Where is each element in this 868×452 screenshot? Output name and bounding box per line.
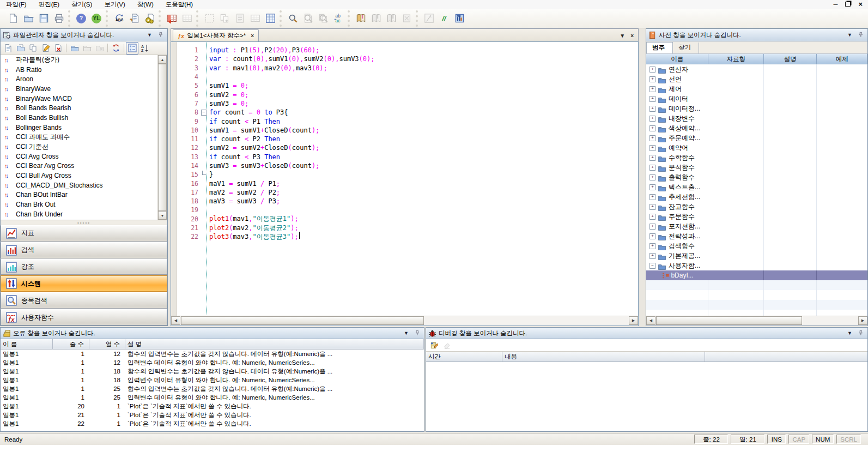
doc-edit-icon[interactable] bbox=[39, 42, 52, 55]
pin-icon[interactable] bbox=[412, 330, 422, 337]
chevron-down-icon[interactable]: ▼ bbox=[402, 330, 410, 336]
tab-list-chevron-icon[interactable]: ▼ bbox=[620, 33, 625, 39]
file-list-item[interactable]: ↑↓Bollinger Bands bbox=[1, 123, 158, 132]
file-list-item[interactable]: ↑↓CCI_MACD_DMI_Stochastics bbox=[1, 180, 158, 190]
scroll-up-icon[interactable]: ▲ bbox=[158, 55, 167, 64]
dict-book-icon[interactable] bbox=[353, 11, 368, 26]
restore-button[interactable] bbox=[845, 1, 851, 8]
menu-item[interactable]: 보기(V) bbox=[98, 1, 131, 9]
file-list-item[interactable]: ↑↓BinaryWave MACD bbox=[1, 94, 158, 104]
dictionary-folder-row[interactable]: +데이터 bbox=[646, 94, 867, 104]
scroll-thumb[interactable] bbox=[181, 316, 424, 325]
error-row[interactable]: 일봉1118함수의 입력변수는 초기값을 갖지 않습니다. 데이터 유형(예:N… bbox=[1, 367, 424, 376]
scroll-left-icon[interactable]: ◀ bbox=[646, 316, 655, 325]
expand-box-icon[interactable]: + bbox=[650, 145, 655, 151]
expand-box-icon[interactable]: + bbox=[650, 224, 655, 230]
debug-column-header[interactable]: 시간 bbox=[426, 352, 502, 361]
menu-item[interactable]: 도움말(H) bbox=[160, 1, 199, 9]
doc-open-icon[interactable] bbox=[14, 42, 27, 55]
file-list-item[interactable]: ↑↓AB Ratio bbox=[1, 65, 158, 75]
pin-icon[interactable] bbox=[156, 32, 165, 39]
dictionary-folder-row[interactable]: +잔고함수 bbox=[646, 202, 867, 212]
category-button-사용자함수[interactable]: ƒx사용자함수 bbox=[1, 309, 167, 326]
scroll-right-icon[interactable]: ▶ bbox=[629, 316, 638, 325]
dictionary-folder-row[interactable]: +선언 bbox=[646, 74, 867, 84]
file-list-item[interactable]: ↑↓Chan Brk Out bbox=[1, 200, 158, 209]
panel-splitter[interactable]: ••••• bbox=[1, 220, 167, 225]
dictionary-folder-row[interactable]: +추세선함... bbox=[646, 192, 867, 202]
file-list-scrollbar[interactable]: ▲ ▼ bbox=[157, 55, 167, 220]
dictionary-tab-범주[interactable]: 범주 bbox=[646, 42, 673, 53]
fold-collapse-icon[interactable]: − bbox=[201, 110, 207, 116]
open-folder-icon[interactable] bbox=[21, 11, 36, 26]
dictionary-folder-row[interactable]: −사용자함... bbox=[646, 261, 867, 270]
minimize-button[interactable]: ─ bbox=[834, 1, 838, 8]
doc-copy-icon[interactable] bbox=[27, 42, 39, 55]
dictionary-folder-row[interactable]: +수학함수 bbox=[646, 153, 867, 162]
error-column-header[interactable]: 이 름 bbox=[1, 339, 53, 349]
scroll-right-icon[interactable]: ▶ bbox=[858, 316, 867, 325]
expand-box-icon[interactable]: + bbox=[650, 125, 655, 131]
dictionary-folder-row[interactable]: +검색함수 bbox=[646, 241, 867, 251]
expand-box-icon[interactable]: + bbox=[650, 96, 655, 102]
pin-icon[interactable] bbox=[856, 330, 865, 337]
build-tools-icon[interactable] bbox=[452, 11, 467, 26]
expand-box-icon[interactable]: + bbox=[650, 194, 655, 200]
category-button-종목검색[interactable]: 종목검색 bbox=[1, 292, 167, 309]
spell-check-icon[interactable]: ABC bbox=[111, 11, 126, 26]
dictionary-folder-row[interactable]: +기본제공... bbox=[646, 251, 867, 261]
dictionary-folder-row[interactable]: +내장변수 bbox=[646, 113, 867, 123]
dictionary-folder-row[interactable]: +포지션함... bbox=[646, 221, 867, 231]
dictionary-folder-row[interactable]: +예약어 bbox=[646, 143, 867, 153]
file-list-item[interactable]: ↑↓CCI Avg Cross bbox=[1, 152, 158, 161]
help-icon[interactable]: ? bbox=[74, 11, 89, 26]
dictionary-folder-row[interactable]: +데이터정... bbox=[646, 104, 867, 113]
error-row[interactable]: 일봉1118입력변수 데이터 유형이 와야 합니다. 예: Numeric, N… bbox=[1, 376, 424, 384]
close-button[interactable]: × bbox=[858, 1, 863, 8]
collapse-box-icon[interactable]: − bbox=[650, 263, 655, 269]
comment-icon[interactable]: // bbox=[436, 11, 452, 26]
error-row[interactable]: 일봉1201`Plot`은 `기술적 지표`에서만 쓸 수 있습니다. bbox=[1, 402, 424, 411]
expand-box-icon[interactable]: + bbox=[650, 243, 655, 249]
menu-item[interactable]: 편집(E) bbox=[33, 1, 65, 9]
chevron-down-icon[interactable]: ▼ bbox=[846, 32, 854, 38]
replace-icon[interactable]: abac bbox=[331, 11, 346, 26]
expand-box-icon[interactable]: + bbox=[650, 253, 655, 259]
dictionary-column-header[interactable]: 이름 bbox=[646, 54, 708, 64]
dictionary-tab-찾기[interactable]: 찾기 bbox=[673, 43, 699, 53]
scroll-thumb[interactable] bbox=[158, 64, 167, 211]
dictionary-folder-row[interactable]: +주문함수 bbox=[646, 212, 867, 221]
dictionary-column-header[interactable]: 자료형 bbox=[708, 54, 764, 64]
expand-box-icon[interactable]: + bbox=[650, 214, 655, 220]
file-list-item[interactable]: ↑↓BinaryWave bbox=[1, 84, 158, 94]
error-column-header[interactable]: 열 수 bbox=[89, 339, 125, 349]
chevron-down-icon[interactable]: ▼ bbox=[846, 330, 854, 336]
view-list-icon[interactable] bbox=[126, 42, 138, 55]
yl-logo-icon[interactable]: YL bbox=[89, 11, 104, 26]
save-icon[interactable] bbox=[36, 11, 51, 26]
debug-column-header[interactable]: 내용 bbox=[502, 352, 705, 361]
new-file-icon[interactable] bbox=[5, 11, 21, 26]
error-row[interactable]: 일봉1211`Plot`은 `기술적 지표`에서만 쓸 수 있습니다. bbox=[1, 411, 424, 419]
print-icon[interactable] bbox=[51, 11, 66, 26]
category-button-지표[interactable]: 지표 bbox=[1, 225, 167, 242]
dictionary-column-header[interactable]: 설명 bbox=[764, 54, 817, 64]
note-edit-icon[interactable] bbox=[428, 339, 440, 351]
expand-box-icon[interactable]: + bbox=[650, 67, 655, 73]
dictionary-folder-row[interactable]: +연산자 bbox=[646, 64, 867, 74]
dictionary-folder-row[interactable]: +분석함수 bbox=[646, 162, 867, 172]
expand-box-icon[interactable]: + bbox=[650, 204, 655, 210]
file-list-item[interactable]: ↑↓Chan BOut IntBar bbox=[1, 190, 158, 200]
expand-box-icon[interactable]: + bbox=[650, 174, 655, 180]
expand-box-icon[interactable]: + bbox=[650, 116, 655, 122]
expand-box-icon[interactable]: + bbox=[650, 106, 655, 112]
file-list-item[interactable]: ↑↓CCI Bull Avg Cross bbox=[1, 171, 158, 180]
menu-item[interactable]: 찾기(S) bbox=[65, 1, 98, 9]
verify-doc-icon[interactable] bbox=[126, 11, 142, 26]
editor-hscrollbar[interactable]: ◀ ▶ bbox=[171, 316, 638, 326]
expand-box-icon[interactable]: + bbox=[650, 135, 655, 141]
file-list-item[interactable]: ↑↓Chan Brk Under bbox=[1, 209, 158, 219]
dictionary-folder-row[interactable]: +제어 bbox=[646, 84, 867, 94]
expand-box-icon[interactable]: + bbox=[650, 76, 655, 82]
folder-icon[interactable] bbox=[68, 42, 81, 55]
